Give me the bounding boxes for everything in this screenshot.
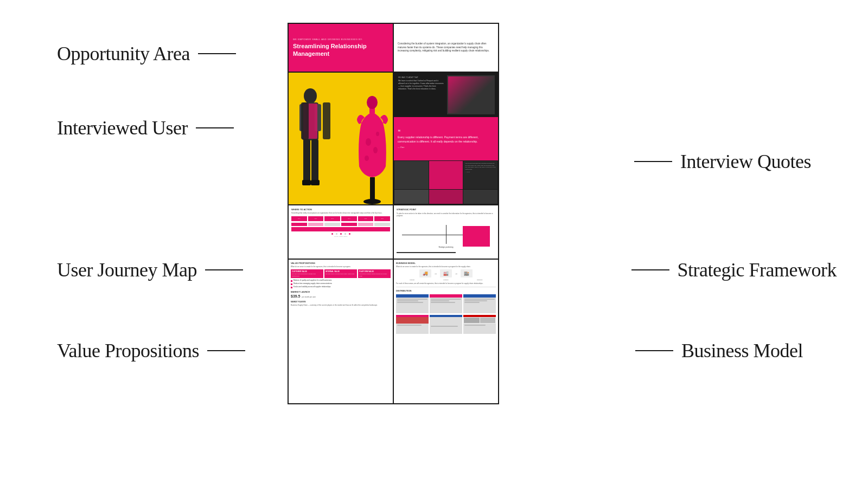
vp-title: VALUE PROPOSITIONS — [291, 262, 391, 264]
svg-rect-11 — [370, 177, 375, 202]
bm-label-3: Business — [464, 279, 496, 281]
svg-point-15 — [366, 138, 371, 146]
journey-strategy-row: WHERE TO ACTION Something that really en… — [289, 205, 498, 260]
vp-market: MARKET LAUNCH $39.5 per month per user M… — [291, 291, 391, 306]
vp-item-2: Reduce time managing supply chain commun… — [291, 283, 391, 285]
bar-2 — [308, 223, 324, 226]
quote-box-dark: We have to admit that We have to admit t… — [394, 73, 498, 117]
journey-bars — [291, 223, 390, 226]
face-thumb-3: The product specialist and operations pe… — [463, 161, 497, 189]
svg-rect-4 — [303, 139, 310, 183]
bm-arrow-2: → — [455, 272, 458, 275]
face-thumb-2 — [429, 161, 463, 189]
vp-col-3: PLATFORM VALUE Connecting multiple parti… — [358, 269, 391, 278]
bm-screen-4 — [396, 315, 429, 334]
bm-labels-row: Supplier Platform Business — [396, 279, 496, 281]
bm-screens-2 — [396, 315, 496, 334]
face-thumb-5 — [429, 190, 463, 204]
dot-5 — [349, 233, 350, 235]
svg-point-12 — [363, 199, 381, 204]
user-left-cell — [289, 73, 394, 204]
opp-body-text: Considering the burden of system integra… — [398, 42, 494, 53]
screen5-content — [430, 325, 462, 328]
value-biz-row: VALUE PROPOSITIONS What do we serve to c… — [289, 260, 498, 403]
vp-col-1: CUSTOMER VALUE We help small businesses … — [291, 269, 323, 278]
connector-line-5 — [634, 161, 672, 162]
screen6-images — [463, 317, 496, 324]
svg-rect-5 — [311, 139, 318, 183]
opp-title: Streamlining Relationship Management — [293, 42, 388, 58]
vp-item-3: End-to-end visibility across all supplie… — [291, 286, 391, 288]
face-thumb-4 — [394, 190, 429, 204]
bar-5 — [358, 223, 374, 226]
bm-distribution-title: DISTRIBUTION — [396, 289, 496, 292]
interview-quotes-label: Interview Quotes — [634, 150, 811, 173]
strategic-title: STRATEGIC POINT — [397, 208, 495, 211]
vp-item-text-1: Balance of quality and suppliers for sma… — [293, 280, 331, 282]
bm-screen-6 — [463, 315, 496, 334]
journey-left-cell: WHERE TO ACTION Something that really en… — [289, 205, 394, 259]
opportunity-area-row: WE EMPOWER SMALL AND GROWING BUSINESSES … — [289, 24, 498, 73]
connector-line-3 — [205, 269, 243, 270]
svg-point-18 — [376, 132, 379, 136]
opp-small-text: WE EMPOWER SMALL AND GROWING BUSINESSES … — [293, 38, 388, 41]
svg-point-16 — [373, 147, 378, 153]
stage-2: St 2 — [308, 216, 324, 221]
quote1-text: We have to admit that I kicked at Flexpo… — [398, 80, 444, 91]
face-thumb-6 — [463, 190, 497, 204]
journey-main-bar — [291, 227, 390, 231]
journey-dots — [291, 233, 390, 235]
screen3-content — [463, 298, 496, 305]
market-players-text: Business Supply Chain — summary of the c… — [291, 304, 391, 306]
connector-line-7 — [635, 350, 673, 351]
value-propositions-label: Value Propositions — [57, 339, 245, 362]
bm-texts: For each of these areas, we will create … — [396, 282, 496, 285]
bar-3 — [324, 223, 340, 226]
bullet-1 — [291, 280, 292, 282]
svg-point-14 — [367, 96, 378, 109]
stage-1: St 1 — [291, 216, 307, 221]
svg-rect-7 — [311, 180, 320, 185]
bm-screens — [396, 294, 496, 313]
vp-price-sub: per month per user — [302, 296, 316, 298]
vp-item-text-3: End-to-end visibility across all supplie… — [293, 286, 331, 288]
bm-icon-3: 🏬 — [461, 269, 473, 277]
bm-title: BUSINESS MODEL — [396, 262, 496, 264]
dot-2 — [336, 233, 337, 235]
opportunity-area-label: Opportunity Area — [57, 42, 236, 65]
vp-item-1: Balance of quality and suppliers for sma… — [291, 280, 391, 282]
stage-4: St 4 — [341, 216, 357, 221]
dot-3 — [340, 233, 342, 235]
stage-5: St 5 — [358, 216, 374, 221]
bar-4 — [341, 223, 357, 226]
person-svg — [291, 85, 340, 204]
connector-line-1 — [198, 53, 236, 54]
face-thumb-1 — [394, 161, 429, 189]
biz-model-right-cell: BUSINESS MODEL What do we serve to creat… — [394, 260, 498, 403]
strategic-bottom-line — [397, 252, 456, 253]
bm-icon-1: 🚚 — [419, 269, 431, 277]
bm-label-1: Supplier — [396, 279, 428, 281]
business-model-label: Business Model — [635, 339, 803, 362]
bm-screen-5 — [430, 315, 462, 334]
bm-screen-1 — [396, 294, 429, 313]
svg-point-0 — [304, 88, 317, 104]
vp-columns: CUSTOMER VALUE We help small businesses … — [291, 269, 391, 278]
vp-price: $39.5 — [291, 294, 301, 298]
bm-label-2: Platform — [430, 279, 462, 281]
bar-1 — [291, 223, 307, 226]
screen5-grid — [430, 317, 462, 325]
interviews-right-cell: We have to admit that We have to admit t… — [394, 73, 498, 204]
bm-icons-row: 🚚 → 🏭 → 🏬 — [396, 269, 496, 277]
dot-1 — [331, 233, 333, 235]
bm-icon-2: 🏭 — [440, 269, 452, 277]
value-prop-left-cell: VALUE PROPOSITIONS What do we serve to c… — [289, 260, 394, 403]
user-journey-map-label: User Journey Map — [57, 259, 243, 281]
bm-divider — [396, 287, 496, 287]
market-title: MARKET LAUNCH — [291, 291, 391, 293]
quote-box-bottom-grid: The product specialist and operations pe… — [394, 160, 498, 204]
screen2-content — [430, 298, 462, 305]
journey-body: Something that really encompasses an org… — [291, 212, 390, 214]
vp-col-2: INTERNAL VALUE We help teams prioritize … — [324, 269, 357, 278]
strategic-framework-label: Strategic Framework — [631, 259, 837, 281]
